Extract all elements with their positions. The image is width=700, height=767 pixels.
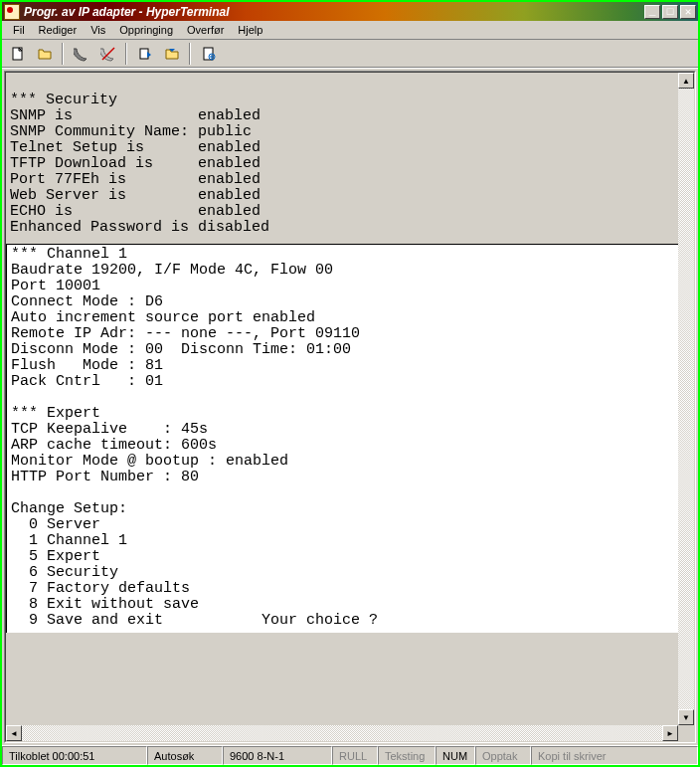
app-icon	[4, 4, 20, 20]
disconnect-button[interactable]	[96, 43, 119, 65]
status-autodetect: Autosøk	[147, 746, 223, 765]
new-icon	[10, 46, 26, 62]
scroll-track-h[interactable]	[22, 725, 662, 741]
status-connected: Tilkoblet 00:00:51	[2, 746, 147, 765]
phone-connect-icon	[74, 46, 89, 62]
send-button[interactable]	[133, 43, 156, 65]
status-scroll: RULL	[332, 746, 378, 765]
properties-button[interactable]	[197, 43, 220, 65]
statusbar: Tilkoblet 00:00:51 Autosøk 9600 8-N-1 RU…	[2, 745, 698, 765]
scroll-corner	[678, 725, 694, 741]
separator	[62, 43, 64, 65]
horizontal-scrollbar[interactable]: ◄ ►	[6, 725, 694, 741]
toolbar	[2, 40, 698, 68]
scroll-right-button[interactable]: ►	[662, 725, 678, 741]
menu-rediger[interactable]: Rediger	[32, 22, 85, 38]
minimize-button[interactable]: _	[644, 5, 660, 19]
close-icon: ✕	[685, 5, 692, 18]
connect-button[interactable]	[70, 43, 92, 65]
menu-hjelp[interactable]: Hjelp	[231, 22, 269, 38]
menubar: Fil Rediger Vis Oppringing Overfør Hjelp	[2, 21, 698, 40]
terminal-security-block: *** Security SNMP is enabled SNMP Commun…	[10, 93, 678, 236]
maximize-icon: □	[667, 6, 674, 18]
separator	[189, 43, 191, 65]
menu-overfoer[interactable]: Overfør	[180, 22, 231, 38]
receive-button[interactable]	[160, 43, 183, 65]
menu-oppringing[interactable]: Oppringing	[112, 22, 180, 38]
terminal[interactable]: *** Security SNMP is enabled SNMP Commun…	[6, 73, 678, 725]
svg-rect-2	[140, 49, 148, 59]
separator	[125, 43, 127, 65]
maximize-button[interactable]: □	[662, 5, 678, 19]
status-capture-text: Teksting	[378, 746, 436, 765]
client-area: *** Security SNMP is enabled SNMP Commun…	[2, 68, 698, 745]
scroll-track-v[interactable]	[678, 89, 694, 709]
scroll-down-button[interactable]: ▼	[678, 709, 694, 725]
status-baud: 9600 8-N-1	[223, 746, 332, 765]
scroll-left-button[interactable]: ◄	[6, 725, 22, 741]
open-icon	[37, 46, 53, 62]
chevron-down-icon: ▼	[682, 713, 690, 722]
close-button[interactable]: ✕	[680, 5, 696, 19]
terminal-channel-block: *** Channel 1 Baudrate 19200, I/F Mode 4…	[6, 244, 678, 633]
phone-disconnect-icon	[100, 46, 116, 62]
receive-icon	[164, 46, 180, 62]
window-title: Progr. av IP adapter - HyperTerminal	[24, 5, 644, 19]
new-button[interactable]	[6, 43, 29, 65]
vertical-scrollbar[interactable]: ▲ ▼	[678, 73, 694, 725]
menu-vis[interactable]: Vis	[84, 22, 112, 38]
chevron-right-icon: ►	[666, 729, 674, 738]
scroll-up-button[interactable]: ▲	[678, 73, 694, 89]
window-buttons: _ □ ✕	[644, 5, 696, 19]
titlebar: Progr. av IP adapter - HyperTerminal _ □…	[2, 2, 698, 21]
status-numlock: NUM	[436, 746, 475, 765]
minimize-icon: _	[649, 6, 656, 18]
open-button[interactable]	[33, 43, 56, 65]
properties-icon	[201, 46, 217, 62]
terminal-frame: *** Security SNMP is enabled SNMP Commun…	[4, 71, 696, 743]
chevron-up-icon: ▲	[682, 77, 690, 86]
menu-fil[interactable]: Fil	[6, 22, 32, 38]
status-record: Opptak	[475, 746, 531, 765]
status-print-echo: Kopi til skriver	[531, 746, 698, 765]
send-icon	[137, 46, 153, 62]
chevron-left-icon: ◄	[10, 729, 18, 738]
